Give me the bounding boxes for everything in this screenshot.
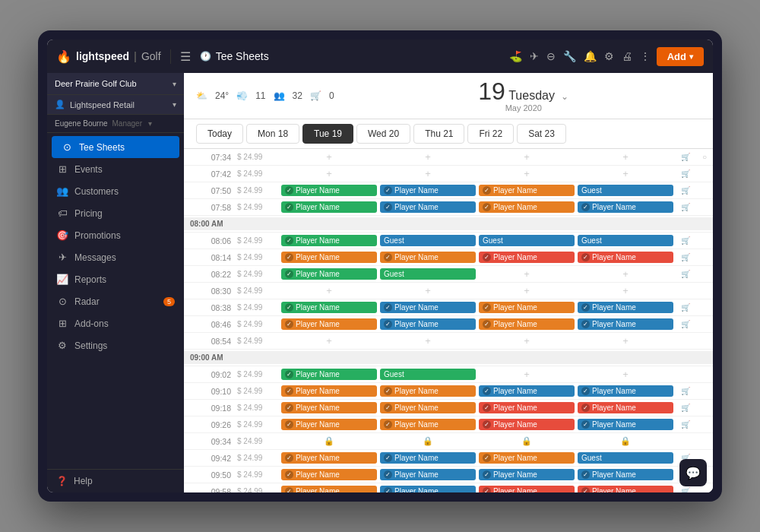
- empty-slot[interactable]: +: [378, 334, 477, 347]
- player-slot[interactable]: ✓Player Name: [380, 201, 476, 213]
- sidebar-item-pricing[interactable]: 🏷 Pricing: [47, 202, 184, 224]
- more-icon[interactable]: ⋮: [640, 50, 651, 62]
- sidebar-item-tee-sheets[interactable]: ⊙ Tee Sheets: [52, 136, 179, 158]
- empty-slot-3[interactable]: +: [477, 167, 576, 180]
- player-slot[interactable]: ✓Player Name: [281, 252, 377, 263]
- club-selector[interactable]: Deer Prairie Golf Club ▾: [47, 73, 184, 95]
- empty-slot[interactable]: +: [477, 284, 576, 297]
- empty-slot-1[interactable]: +: [280, 167, 378, 180]
- empty-slot[interactable]: +: [280, 284, 378, 297]
- player-slot[interactable]: ✓Player Name: [578, 419, 673, 430]
- player-slot[interactable]: ✓Player Name: [281, 385, 377, 397]
- wrench-icon[interactable]: 🔧: [563, 50, 576, 62]
- player-slot[interactable]: ✓Player Name: [281, 419, 377, 430]
- player-slot[interactable]: ✓Player Name: [380, 486, 476, 492]
- player-slot[interactable]: ✓Player Name: [578, 402, 673, 413]
- player-slot[interactable]: ✓Player Name: [380, 252, 476, 263]
- sidebar-item-promotions[interactable]: 🎯 Promotions: [47, 224, 184, 246]
- sat23-button[interactable]: Sat 23: [517, 124, 566, 144]
- player-slot[interactable]: ✓Player Name: [281, 486, 377, 492]
- empty-slot-2[interactable]: +: [378, 150, 477, 163]
- player-slot[interactable]: ✓Player Name: [281, 302, 377, 313]
- player-slot[interactable]: ✓Player Name: [380, 318, 476, 330]
- player-slot[interactable]: ✓Player Name: [380, 419, 476, 430]
- player-slot[interactable]: ✓Player Name: [380, 185, 476, 196]
- player-slot[interactable]: ✓Player Name: [578, 318, 673, 330]
- empty-slot[interactable]: +: [477, 268, 576, 280]
- player-slot[interactable]: ✓Player Name: [380, 452, 476, 464]
- player-slot[interactable]: ✓Player Name: [578, 252, 673, 263]
- empty-slot[interactable]: +: [378, 284, 477, 297]
- add-button[interactable]: Add ▾: [657, 47, 704, 66]
- settings-icon[interactable]: ⚙: [604, 50, 614, 62]
- player-slot[interactable]: ✓Player Name: [281, 185, 377, 196]
- sidebar-item-addons[interactable]: ⊞ Add-ons: [47, 312, 184, 334]
- player-slot[interactable]: ✓Player Name: [578, 201, 673, 213]
- mon18-button[interactable]: Mon 18: [246, 124, 299, 144]
- bell-icon[interactable]: 🔔: [584, 50, 597, 62]
- hamburger-button[interactable]: ☰: [177, 46, 194, 67]
- thu21-button[interactable]: Thu 21: [413, 124, 464, 144]
- chat-bubble-button[interactable]: 💬: [679, 459, 707, 486]
- empty-slot-3[interactable]: +: [477, 150, 576, 163]
- player-slot[interactable]: Guest: [578, 235, 673, 246]
- player-slot[interactable]: ✓Player Name: [479, 486, 575, 492]
- player-slot[interactable]: ✓Player Name: [281, 402, 377, 413]
- player-slot[interactable]: ✓Player Name: [479, 385, 575, 397]
- tue19-button[interactable]: Tue 19: [302, 124, 353, 144]
- player-slot[interactable]: ✓Player Name: [281, 369, 377, 380]
- print-icon[interactable]: 🖨: [622, 50, 632, 62]
- empty-slot[interactable]: +: [576, 368, 675, 381]
- sidebar-item-radar[interactable]: ⊙ Radar 5: [47, 290, 184, 312]
- player-slot[interactable]: ✓Player Name: [578, 385, 673, 397]
- player-slot[interactable]: ✓Player Name: [281, 235, 377, 246]
- fri22-button[interactable]: Fri 22: [467, 124, 514, 144]
- player-slot[interactable]: ✓Player Name: [281, 318, 377, 330]
- empty-slot[interactable]: +: [477, 334, 576, 347]
- player-slot[interactable]: ✓Player Name: [281, 469, 377, 480]
- wed20-button[interactable]: Wed 20: [356, 124, 410, 144]
- player-slot[interactable]: ✓Player Name: [479, 201, 575, 213]
- player-slot[interactable]: ✓Player Name: [578, 469, 673, 480]
- player-slot[interactable]: ✓Player Name: [380, 302, 476, 313]
- empty-slot-4[interactable]: +: [576, 150, 675, 163]
- player-slot[interactable]: ✓Player Name: [281, 268, 377, 280]
- player-slot[interactable]: ✓Player Name: [380, 469, 476, 480]
- player-slot[interactable]: Guest: [479, 235, 575, 246]
- send-icon[interactable]: ✈: [530, 50, 539, 62]
- player-slot[interactable]: ✓Player Name: [479, 452, 575, 464]
- sidebar-item-messages[interactable]: ✈ Messages: [47, 246, 184, 268]
- sidebar-item-events[interactable]: ⊞ Events: [47, 158, 184, 180]
- sidebar-item-reports[interactable]: 📈 Reports: [47, 268, 184, 290]
- player-slot[interactable]: ✓Player Name: [380, 385, 476, 397]
- today-button[interactable]: Today: [196, 124, 243, 144]
- player-slot[interactable]: ✓Player Name: [578, 486, 673, 492]
- player-slot[interactable]: ✓Player Name: [578, 302, 673, 313]
- player-slot[interactable]: ✓Player Name: [479, 402, 575, 413]
- empty-slot-1[interactable]: +: [280, 150, 378, 163]
- player-slot[interactable]: ✓Player Name: [479, 318, 575, 330]
- player-slot[interactable]: Guest: [380, 268, 476, 280]
- empty-slot[interactable]: +: [477, 368, 576, 381]
- player-slot[interactable]: ✓Player Name: [281, 201, 377, 213]
- minus-circle-icon[interactable]: ⊖: [546, 50, 556, 62]
- help-button[interactable]: ❓ Help: [47, 469, 184, 492]
- player-slot[interactable]: ✓Player Name: [479, 252, 575, 263]
- empty-slot-2[interactable]: +: [378, 167, 477, 180]
- sidebar-item-settings[interactable]: ⚙ Settings: [47, 334, 184, 356]
- player-slot[interactable]: Guest: [380, 369, 476, 380]
- golf-icon[interactable]: ⛳: [509, 50, 522, 62]
- retail-selector[interactable]: 👤 Lightspeed Retail ▾: [47, 95, 184, 115]
- empty-slot[interactable]: +: [280, 334, 378, 347]
- player-slot[interactable]: ✓Player Name: [479, 185, 575, 196]
- player-slot[interactable]: ✓Player Name: [281, 452, 377, 464]
- player-slot[interactable]: Guest: [380, 235, 476, 246]
- player-slot[interactable]: ✓Player Name: [479, 302, 575, 313]
- empty-slot-4[interactable]: +: [576, 167, 675, 180]
- player-slot[interactable]: Guest: [578, 185, 673, 196]
- player-slot[interactable]: ✓Player Name: [479, 469, 575, 480]
- player-slot[interactable]: Guest: [578, 452, 673, 464]
- player-slot[interactable]: ✓Player Name: [479, 419, 575, 430]
- empty-slot[interactable]: +: [576, 334, 675, 347]
- player-slot[interactable]: ✓Player Name: [380, 402, 476, 413]
